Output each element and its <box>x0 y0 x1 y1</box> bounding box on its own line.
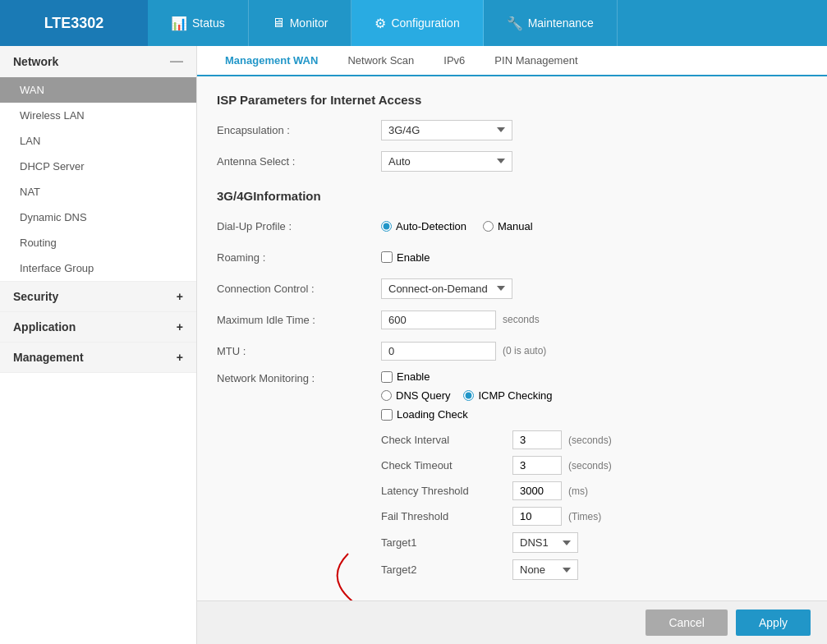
application-expand-icon: + <box>177 320 183 334</box>
latency-label: Latency Threshold <box>381 485 512 497</box>
mtu-control: (0 is auto) <box>381 342 807 361</box>
dialup-control: Auto-Detection Manual <box>381 220 807 232</box>
sub-tab-management-wan[interactable]: Management WAN <box>210 46 333 76</box>
mtu-note: (0 is auto) <box>503 345 546 356</box>
form-content: ISP Parameters for Internet Access Encap… <box>197 76 827 600</box>
dialup-auto-radio[interactable]: Auto-Detection <box>381 220 466 232</box>
nm-enable-checkbox[interactable]: Enable <box>381 370 807 383</box>
tab-monitor[interactable]: 🖥 Monitor <box>249 0 352 46</box>
roaming-label: Roaming : <box>217 251 381 264</box>
cancel-button[interactable]: Cancel <box>646 610 728 636</box>
sidebar-management-header[interactable]: Management + <box>0 343 196 372</box>
roaming-control: Enable <box>381 251 807 264</box>
antenna-label: Antenna Select : <box>217 155 381 168</box>
sidebar-item-dynamic-dns[interactable]: Dynamic DNS <box>0 205 196 230</box>
sub-tabs-bar: Management WAN Network Scan IPv6 PIN Man… <box>197 46 827 76</box>
check-timeout-unit: (seconds) <box>568 460 612 472</box>
sub-tab-ipv6[interactable]: IPv6 <box>429 46 480 76</box>
check-interval-unit: (seconds) <box>568 435 612 446</box>
sidebar-item-dhcp[interactable]: DHCP Server <box>0 154 196 179</box>
sidebar-item-nat[interactable]: NAT <box>0 179 196 205</box>
isp-section-title: ISP Parameters for Internet Access <box>217 93 807 107</box>
antenna-row: Antenna Select : Auto Main Aux <box>217 150 807 172</box>
connection-select[interactable]: Connect-on-Demand Always-On Manual <box>381 278 512 299</box>
security-expand-icon: + <box>177 290 183 303</box>
check-interval-input[interactable] <box>512 430 562 449</box>
encapsulation-row: Encapsulation : 3G/4G PPPoE IPoE <box>217 118 807 141</box>
tab-status[interactable]: 📊 Status <box>148 0 249 46</box>
app-logo: LTE3302 <box>0 0 148 46</box>
target1-row: Target1 DNS1 DNS2 Custom <box>381 532 807 553</box>
net-monitoring-control: Enable DNS Query ICMP Check <box>381 370 807 586</box>
sidebar-item-wan[interactable]: WAN <box>0 77 196 103</box>
fail-unit: (Times) <box>568 511 601 522</box>
encapsulation-select[interactable]: 3G/4G PPPoE IPoE <box>381 120 512 140</box>
sidebar-item-wireless-lan[interactable]: Wireless LAN <box>0 103 196 128</box>
max-idle-label: Maximum Idle Time : <box>217 314 381 326</box>
apply-button[interactable]: Apply <box>736 610 811 636</box>
bridge-checkbox[interactable]: Enable <box>381 600 807 601</box>
antenna-control: Auto Main Aux <box>381 151 807 172</box>
encapsulation-label: Encapsulation : <box>217 124 381 136</box>
sidebar-section-network: Network — WAN Wireless LAN LAN DHCP Serv… <box>0 46 196 282</box>
sidebar-section-security: Security + <box>0 282 196 312</box>
net-monitoring-label: Network Monitoring : <box>217 370 381 384</box>
bridge-control: Enable <box>381 600 807 601</box>
sidebar: Network — WAN Wireless LAN LAN DHCP Serv… <box>0 46 197 644</box>
mtu-label: MTU : <box>217 345 381 357</box>
sidebar-section-application: Application + <box>0 312 196 343</box>
configuration-icon: ⚙ <box>374 16 386 31</box>
monitor-icon: 🖥 <box>272 16 285 30</box>
sidebar-item-routing[interactable]: Routing <box>0 230 196 255</box>
tab-configuration[interactable]: ⚙ Configuration <box>351 0 483 46</box>
dialup-label: Dial-Up Profile : <box>217 220 381 232</box>
max-idle-row: Maximum Idle Time : seconds <box>217 308 807 331</box>
connection-label: Connection Control : <box>217 283 381 295</box>
sidebar-security-header[interactable]: Security + <box>0 282 196 311</box>
target1-label: Target1 <box>381 536 512 549</box>
sidebar-section-management: Management + <box>0 343 196 373</box>
form-scroll-area: ISP Parameters for Internet Access Encap… <box>197 76 827 644</box>
nm-dns-radio[interactable]: DNS Query <box>381 389 450 402</box>
target1-select[interactable]: DNS1 DNS2 Custom <box>512 532 578 553</box>
nm-loading-checkbox[interactable]: Loading Check <box>381 408 807 421</box>
monitoring-block: Enable DNS Query ICMP Check <box>381 370 807 586</box>
sidebar-item-lan[interactable]: LAN <box>0 128 196 154</box>
fail-label: Fail Threshold <box>381 510 512 522</box>
dialup-radio-group: Auto-Detection Manual <box>381 220 807 232</box>
tab-maintenance[interactable]: 🔧 Maintenance <box>484 0 618 46</box>
check-interval-label: Check Interval <box>381 434 512 446</box>
3g-section-title: 3G/4GInformation <box>217 189 807 203</box>
max-idle-unit: seconds <box>503 314 540 325</box>
latency-input[interactable] <box>512 481 562 500</box>
roaming-checkbox-input[interactable] <box>381 251 393 263</box>
nav-tabs: 📊 Status 🖥 Monitor ⚙ Configuration 🔧 Mai… <box>148 0 827 46</box>
roaming-checkbox[interactable]: Enable <box>381 251 807 264</box>
nm-loading-input[interactable] <box>381 409 393 421</box>
check-timeout-input[interactable] <box>512 456 562 475</box>
antenna-select[interactable]: Auto Main Aux <box>381 151 512 172</box>
sub-tab-pin-management[interactable]: PIN Management <box>480 46 592 76</box>
nm-icmp-radio[interactable]: ICMP Checking <box>463 389 552 402</box>
sidebar-application-header[interactable]: Application + <box>0 312 196 342</box>
management-expand-icon: + <box>177 351 183 364</box>
connection-control: Connect-on-Demand Always-On Manual <box>381 278 807 299</box>
fail-input[interactable] <box>512 507 562 526</box>
encapsulation-control: 3G/4G PPPoE IPoE <box>381 120 807 140</box>
dialup-row: Dial-Up Profile : Auto-Detection Manual <box>217 214 807 237</box>
nm-enable-input[interactable] <box>381 371 393 383</box>
status-icon: 📊 <box>171 16 187 31</box>
dialup-manual-radio[interactable]: Manual <box>483 220 533 232</box>
connection-row: Connection Control : Connect-on-Demand A… <box>217 277 807 300</box>
sidebar-item-interface-group[interactable]: Interface Group <box>0 255 196 281</box>
bridge-row: Bridge : Enable <box>217 595 807 600</box>
check-timeout-label: Check Timeout <box>381 459 512 472</box>
network-collapse-icon: — <box>170 54 183 69</box>
maintenance-icon: 🔧 <box>507 16 523 31</box>
target2-select[interactable]: None DNS1 DNS2 Custom <box>512 559 578 580</box>
mtu-input[interactable] <box>381 342 496 361</box>
sub-tab-network-scan[interactable]: Network Scan <box>333 46 429 76</box>
max-idle-input[interactable] <box>381 310 496 329</box>
sidebar-network-header[interactable]: Network — <box>0 46 196 77</box>
check-timeout-row: Check Timeout (seconds) <box>381 456 807 475</box>
